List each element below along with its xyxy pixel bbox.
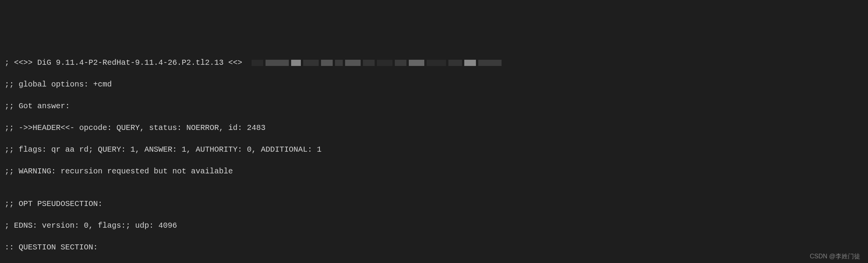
warning-line: ;; WARNING: recursion requested but not … — [5, 166, 863, 177]
dig-version-line: ; <<>> DiG 9.11.4-P2-RedHat-9.11.4-26.P2… — [5, 57, 863, 68]
edns-line: ; EDNS: version: 0, flags:; udp: 4096 — [5, 220, 863, 231]
header-line: ;; ->>HEADER<<- opcode: QUERY, status: N… — [5, 123, 863, 133]
terminal-output: ; <<>> DiG 9.11.4-P2-RedHat-9.11.4-26.P2… — [5, 47, 863, 263]
global-options-line: ;; global options: +cmd — [5, 79, 863, 90]
watermark: CSDN @李姓门徒 — [810, 252, 860, 261]
flags-line: ;; flags: qr aa rd; QUERY: 1, ANSWER: 1,… — [5, 144, 863, 155]
got-answer-line: ;; Got answer: — [5, 101, 863, 112]
opt-section-line: ;; OPT PSEUDOSECTION: — [5, 199, 863, 209]
question-section-line: :: QUESTION SECTION: — [5, 242, 863, 253]
redacted-content — [252, 57, 504, 68]
